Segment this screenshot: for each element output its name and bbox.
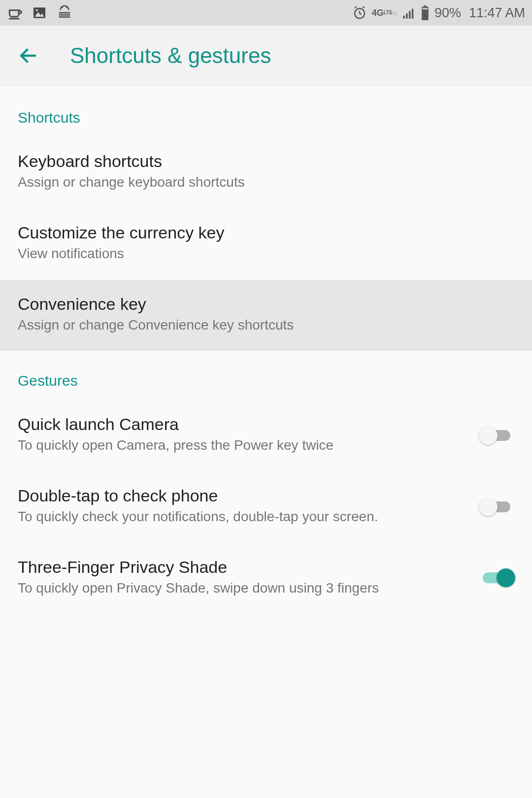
network-label: 4G [372,8,384,17]
svg-rect-17 [412,9,414,19]
svg-line-11 [360,13,362,15]
svg-rect-15 [406,13,408,18]
shortcuts-section-header: Shortcuts [0,86,532,137]
double-tap-switch[interactable] [479,496,514,517]
svg-rect-20 [422,8,428,9]
privacy-shade-switch[interactable] [479,566,514,588]
status-bar: 4GLTE ↑↓ 90% 11:47 AM [0,0,532,26]
setting-subtitle: To quickly open Privacy Shade, swipe dow… [18,579,469,598]
image-icon [32,5,47,21]
signal-icon [402,6,416,20]
status-right: 4GLTE ↑↓ 90% 11:47 AM [352,5,525,21]
setting-title: Three-Finger Privacy Shade [18,558,469,577]
setting-title: Customize the currency key [18,223,514,242]
svg-line-13 [363,7,365,8]
svg-line-8 [66,6,67,8]
clock-time: 11:47 AM [469,5,525,21]
battery-percent: 90% [434,5,461,21]
setting-subtitle: View notifications [18,244,514,263]
app-bar: Shortcuts & gestures [0,26,532,86]
convenience-key-item[interactable]: Convenience key Assign or change Conveni… [0,280,532,351]
quick-launch-camera-switch[interactable] [479,424,514,446]
setting-title: Quick launch Camera [18,415,469,434]
back-button[interactable] [17,44,39,67]
svg-line-12 [355,7,357,8]
svg-line-7 [62,6,63,8]
svg-point-3 [36,9,38,11]
setting-title: Keyboard shortcuts [18,152,514,171]
settings-content: Shortcuts Keyboard shortcuts Assign or c… [0,86,532,614]
customize-currency-key-item[interactable]: Customize the currency key View notifica… [0,208,532,280]
three-finger-privacy-shade-item[interactable]: Three-Finger Privacy Shade To quickly op… [0,543,532,614]
svg-rect-18 [424,5,426,7]
coffee-icon [7,5,23,21]
network-4g-icon: 4GLTE ↑↓ [372,8,397,17]
setting-subtitle: Assign or change keyboard shortcuts [18,173,514,192]
setting-subtitle: Assign or change Convenience key shortcu… [18,316,514,334]
svg-rect-16 [409,11,411,19]
gestures-section-header: Gestures [0,351,532,400]
page-title: Shortcuts & gestures [70,43,271,68]
double-tap-check-phone-item[interactable]: Double-tap to check phone To quickly che… [0,471,532,543]
setting-title: Double-tap to check phone [18,486,469,505]
setting-title: Convenience key [18,295,514,314]
keyboard-shortcuts-item[interactable]: Keyboard shortcuts Assign or change keyb… [0,137,532,208]
alarm-icon [352,5,367,20]
quick-launch-camera-item[interactable]: Quick launch Camera To quickly open Came… [0,400,532,471]
setting-subtitle: To quickly open Camera, press the Power … [18,436,469,455]
android-debug-icon [56,4,73,21]
status-left-icons [7,4,73,21]
svg-rect-14 [403,16,405,19]
setting-subtitle: To quickly check your notifications, dou… [18,507,469,526]
battery-icon [421,5,430,20]
